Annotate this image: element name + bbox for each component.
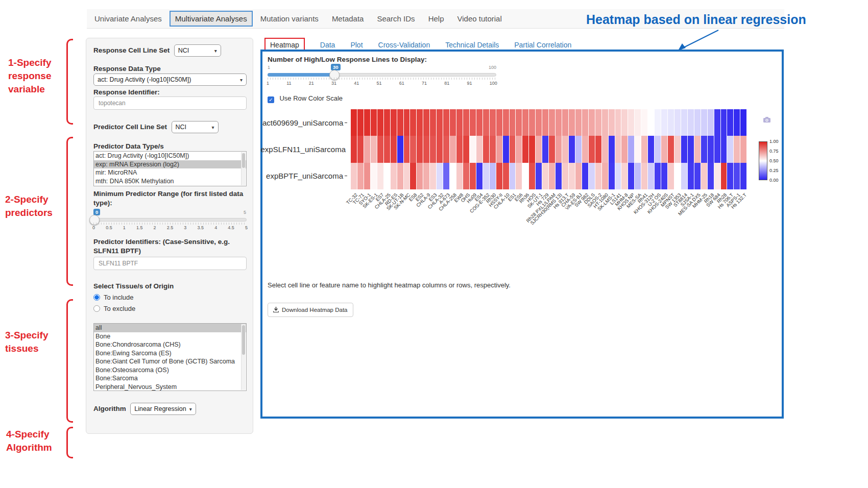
heatmap-cell <box>490 109 496 136</box>
heatmap-cell <box>609 109 615 136</box>
heatmap-cell <box>681 136 687 162</box>
tick-label: 51 <box>377 81 382 86</box>
download-heatmap-data-button[interactable]: Download Heatmap Data <box>268 303 353 317</box>
checkbox-icon: ✓ <box>268 96 274 103</box>
nav-item-multivariate-analyses[interactable]: Multivariate Analyses <box>170 11 253 27</box>
heatmap-cell <box>708 109 714 136</box>
annotation-bracket-1 <box>66 39 73 125</box>
list-option[interactable]: mir: MicroRNA <box>94 168 246 177</box>
heatmap-cell <box>423 109 429 136</box>
min-predictor-range-label: Minimum Predictor Range (for first liste… <box>93 189 247 208</box>
tick-label: 4 <box>214 225 217 230</box>
tab-cross-validation[interactable]: Cross-Validation <box>378 41 430 49</box>
heatmap-cell <box>496 109 502 136</box>
heatmap-cell <box>529 163 535 189</box>
list-option[interactable]: Bone:Sarcoma <box>94 374 246 383</box>
annotation-bracket-4 <box>66 427 73 458</box>
predictor-cell-line-set-select[interactable]: NCI▾ <box>172 121 219 133</box>
page: Univariate AnalysesMultivariate Analyses… <box>0 0 868 488</box>
radio-icon <box>93 294 100 301</box>
heatmap-cell <box>628 163 634 189</box>
heatmap-cell <box>529 109 535 136</box>
list-option[interactable]: Bone:Giant Cell Tumor of Bone (GCTB) Sar… <box>94 357 246 366</box>
nav-item-video-tutorial[interactable]: Video tutorial <box>451 11 507 27</box>
tick-label: 11 <box>286 81 291 86</box>
nav-item-help[interactable]: Help <box>423 11 450 27</box>
heatmap-cell <box>609 163 615 189</box>
response-identifier-input[interactable] <box>93 96 247 110</box>
heatmap-row-label[interactable]: expSLFN11_uniSarcoma <box>262 136 347 162</box>
heatmap-row-labels: act609699_uniSarcomaexpSLFN11_uniSarcoma… <box>262 109 347 189</box>
heatmap-cell <box>609 136 615 162</box>
list-option[interactable]: Bone:Ewing Sarcoma (ES) <box>94 349 246 358</box>
heatmap-cell <box>674 163 681 189</box>
nav-item-univariate-analyses[interactable]: Univariate Analyses <box>89 11 167 27</box>
heatmap-row <box>351 163 746 189</box>
predictor-data-types-listbox[interactable]: act: Drug Activity (-log10[IC50M])exp: m… <box>93 151 247 186</box>
heatmap-cell <box>522 163 528 189</box>
tissues-listbox[interactable]: allBoneBone:Chondrosarcoma (CHS)Bone:Ewi… <box>93 323 247 391</box>
heatmap-row-label[interactable]: act609699_uniSarcoma <box>262 109 347 136</box>
predictor-identifiers-input[interactable] <box>93 257 247 270</box>
nav-item-mutation-variants[interactable]: Mutation variants <box>255 11 324 27</box>
nav-item-search-ids[interactable]: Search IDs <box>371 11 420 27</box>
list-option[interactable]: all <box>94 324 246 332</box>
heatmap-cell <box>437 163 443 189</box>
scrollbar[interactable] <box>241 324 246 390</box>
heatmap-row <box>351 136 746 162</box>
list-option[interactable]: Bone:Chondrosarcoma (CHS) <box>94 340 246 349</box>
heatmap-cell <box>562 163 568 189</box>
heatmap-cell <box>688 109 694 136</box>
highlight-hint-text: Select cell line or feature name to high… <box>268 281 511 289</box>
heatmap-row-label[interactable]: expBPTF_uniSarcoma <box>262 163 347 189</box>
tab-plot[interactable]: Plot <box>350 41 363 49</box>
min-range-tick-labels: 00.511.522.533.544.55 <box>92 225 248 230</box>
algorithm-select[interactable]: Linear Regression▾ <box>130 403 196 415</box>
tissue-include-radio[interactable]: To include <box>93 292 134 302</box>
tab-technical-details[interactable]: Technical Details <box>445 41 499 49</box>
row-color-scale-checkbox[interactable]: ✓ Use Row Color Scale <box>268 93 343 103</box>
response-data-type-select[interactable]: act: Drug Activity (-log10[IC50M])▾ <box>93 74 247 86</box>
heatmap-cell <box>714 163 720 189</box>
heatmap-cell <box>674 109 681 136</box>
tab-partial-correlation[interactable]: Partial Correlation <box>514 41 571 49</box>
scrollbar[interactable] <box>241 152 246 185</box>
list-option[interactable]: act: Drug Activity (-log10[IC50M]) <box>94 152 246 160</box>
heatmap-cell <box>430 109 436 136</box>
min-range-slider-track[interactable] <box>93 218 247 222</box>
heatmap-cell <box>522 109 528 136</box>
heatmap-cell <box>391 163 397 189</box>
heatmap-cell <box>628 136 634 162</box>
heatmap-cell <box>589 136 595 162</box>
heatmap-cell <box>635 109 641 136</box>
heatmap-canvas[interactable] <box>351 109 746 189</box>
heatmap-cell <box>476 109 483 136</box>
nav-item-metadata[interactable]: Metadata <box>326 11 370 27</box>
lines-slider-fill <box>268 73 334 77</box>
tick-label: 2.5 <box>167 225 174 230</box>
heatmap-cell <box>648 163 654 189</box>
camera-icon[interactable] <box>763 116 771 125</box>
list-option[interactable]: mth: DNA 850K Methylation <box>94 177 246 186</box>
heatmap-cell <box>510 136 516 162</box>
tissue-exclude-radio[interactable]: To exclude <box>93 304 135 313</box>
list-option[interactable]: Peripheral_Nervous_System <box>94 383 246 392</box>
list-option[interactable]: Bone:Osteosarcoma (OS) <box>94 366 246 375</box>
annotation-bracket-2 <box>66 137 73 286</box>
heatmap-cell <box>721 163 727 189</box>
response-cell-line-set-select[interactable]: NCI▾ <box>174 44 221 57</box>
heatmap-cell <box>721 109 727 136</box>
list-option[interactable]: exp: mRNA Expression (log2) <box>94 160 246 169</box>
heatmap-cell <box>562 136 568 162</box>
heatmap-cell <box>615 109 621 136</box>
heatmap-cell <box>661 109 667 136</box>
annotation-bracket-3 <box>66 299 73 423</box>
heatmap-row <box>351 109 746 136</box>
list-option[interactable]: Bone <box>94 332 246 341</box>
heatmap-cell <box>351 136 357 162</box>
heatmap-cell <box>641 109 647 136</box>
heatmap-cell <box>437 136 443 162</box>
heatmap-cell <box>391 109 397 136</box>
heatmap-cell <box>536 109 542 136</box>
tab-data[interactable]: Data <box>320 41 335 49</box>
